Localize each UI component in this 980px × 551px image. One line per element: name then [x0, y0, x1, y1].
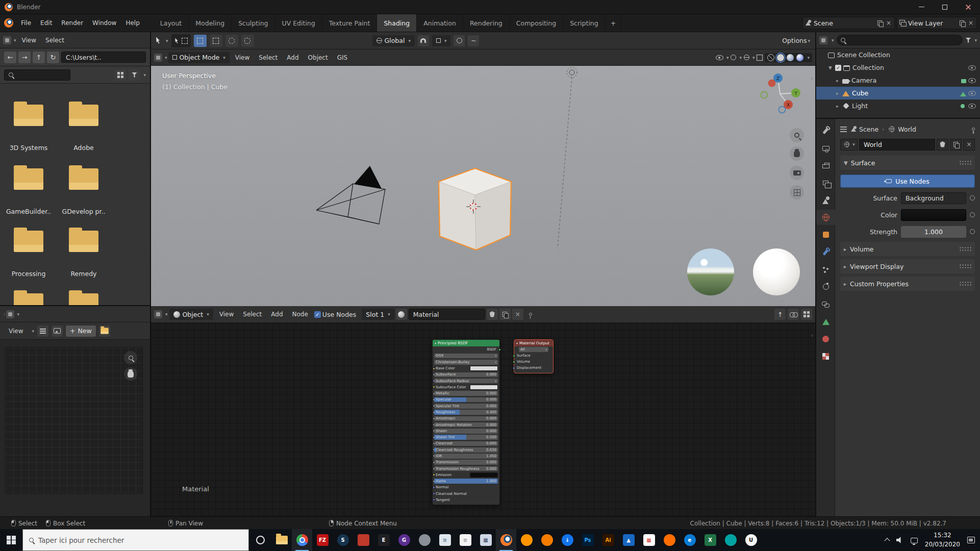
- properties-tab-world[interactable]: [816, 210, 835, 225]
- node-input-clearcoat-roughness[interactable]: Clearcoat Roughness0.030: [434, 447, 498, 453]
- taskbar-app-chrome[interactable]: [292, 529, 312, 551]
- material-slot-dropdown[interactable]: Slot 1 ▾: [362, 309, 394, 320]
- browse-image-button[interactable]: [52, 325, 63, 337]
- back-button[interactable]: ←: [4, 52, 16, 63]
- new-scene-icon[interactable]: [877, 20, 883, 26]
- visibility-eye-icon[interactable]: [968, 78, 976, 83]
- select-mode-lasso[interactable]: [241, 35, 254, 47]
- target-row[interactable]: All▾: [514, 346, 553, 353]
- file-menu-select[interactable]: Select: [41, 37, 69, 44]
- up-button[interactable]: ↑: [33, 52, 45, 63]
- proportional-editing-toggle[interactable]: [454, 35, 465, 46]
- material-name-field[interactable]: Material: [409, 309, 485, 320]
- principled-bsdf-node[interactable]: ▾ Principled BSDF BSDF GGX▾Christensen-B…: [432, 339, 500, 505]
- viewport-canvas[interactable]: User Perspective (1) Collection | Cube Z…: [151, 66, 815, 306]
- node-input-transmission-roughness[interactable]: Transmission Roughness0.000: [434, 466, 498, 472]
- output-input-displacement[interactable]: Displacement: [514, 365, 553, 371]
- breadcrumb-scene[interactable]: Scene: [850, 126, 878, 133]
- notification-center-icon[interactable]: [967, 537, 975, 543]
- bsdf-output-socket-row[interactable]: BSDF: [433, 346, 499, 353]
- breadcrumb-world[interactable]: World: [888, 126, 916, 133]
- node-input-ggx[interactable]: GGX▾: [434, 353, 498, 359]
- properties-tab-render[interactable]: [816, 140, 835, 156]
- view-layer-selector[interactable]: View Layer ×: [897, 17, 977, 29]
- expander-icon[interactable]: ▸: [835, 91, 840, 96]
- filter-button[interactable]: [129, 69, 140, 81]
- workspace-tab-sculpting[interactable]: Sculpting: [232, 14, 275, 32]
- node-input-metallic[interactable]: Metallic0.000: [434, 390, 498, 396]
- outliner-item-light[interactable]: ▸Light: [816, 99, 980, 112]
- overlays-toggle-icon[interactable]: [744, 55, 749, 60]
- taskbar-app-filezilla[interactable]: FZ: [312, 529, 333, 551]
- taskbar-app-edge[interactable]: e: [680, 529, 700, 551]
- image-menu-view[interactable]: View: [4, 328, 28, 335]
- folder-item[interactable]: Remedy: [69, 231, 98, 252]
- color-swatch[interactable]: [901, 209, 966, 221]
- taskbar-app-calculator[interactable]: ▦: [475, 529, 496, 551]
- start-button[interactable]: [0, 529, 22, 551]
- taskbar-app-epic-games[interactable]: E: [373, 529, 394, 551]
- taskbar-app-notepad[interactable]: ≡: [435, 529, 455, 551]
- gizmos-toggle-icon[interactable]: [731, 55, 736, 60]
- folder-item[interactable]: Processing: [14, 231, 43, 252]
- collapse-icon[interactable]: ▾: [516, 341, 518, 345]
- taskbar-app-blender[interactable]: [496, 529, 516, 551]
- taskbar-app-file-explorer[interactable]: [271, 529, 292, 551]
- taskbar-app-app-gray[interactable]: [414, 529, 435, 551]
- outliner-item-collection[interactable]: ▼✓Collection: [816, 61, 980, 74]
- pan-view-button[interactable]: [790, 146, 804, 161]
- properties-tab-particles[interactable]: [816, 262, 835, 277]
- cortana-button[interactable]: [249, 529, 271, 551]
- taskbar-app-firefox[interactable]: [516, 529, 537, 551]
- hidden-icons-chevron-icon[interactable]: [884, 538, 890, 543]
- shader-type-dropdown[interactable]: Object ▾: [169, 309, 213, 320]
- menu-render[interactable]: Render: [57, 19, 88, 27]
- folder-item[interactable]: 3D Systems: [14, 105, 43, 126]
- workspace-tab-uv-editing[interactable]: UV Editing: [275, 14, 322, 32]
- node-input-emission[interactable]: Emission: [434, 472, 498, 478]
- socket-icon[interactable]: [433, 486, 435, 489]
- properties-tab-texture[interactable]: [816, 348, 835, 364]
- strength-field[interactable]: 1.000: [901, 226, 966, 238]
- unlink-world-button[interactable]: ×: [963, 139, 975, 151]
- properties-tab-modifiers[interactable]: [816, 244, 835, 260]
- outliner-search-input[interactable]: [837, 35, 963, 45]
- refresh-button[interactable]: ↻: [47, 52, 59, 63]
- minimize-button[interactable]: [910, 0, 933, 14]
- node-input-ior[interactable]: IOR1.450: [434, 453, 498, 459]
- output-input-surface[interactable]: Surface: [514, 353, 553, 359]
- viewport-menu-add[interactable]: Add: [282, 54, 303, 61]
- node-input-sheen-tint[interactable]: Sheen Tint0.500: [434, 434, 498, 440]
- collection-checkbox[interactable]: ✓: [835, 65, 841, 71]
- taskbar-app-text-document[interactable]: ≡: [455, 529, 475, 551]
- shader-menu-select[interactable]: Select: [238, 311, 266, 318]
- node-input-anisotropic-rotation[interactable]: Anisotropic Rotation0.000: [434, 422, 498, 428]
- properties-tab-physics[interactable]: [816, 279, 835, 294]
- workspace-tab-animation[interactable]: Animation: [417, 14, 463, 32]
- maximize-button[interactable]: [933, 0, 957, 14]
- mode-dropdown[interactable]: Object Mode ▾: [168, 52, 230, 63]
- visibility-eye-icon[interactable]: [968, 104, 976, 109]
- properties-tab-object[interactable]: [816, 227, 835, 242]
- properties-tab-tool[interactable]: [816, 123, 835, 138]
- copy-material-button[interactable]: [499, 309, 511, 320]
- use-nodes-checkbox[interactable]: ✓: [314, 311, 321, 318]
- visibility-eye-icon[interactable]: [968, 91, 976, 96]
- node-input-subsurface-color[interactable]: Subsurface Color: [434, 384, 498, 390]
- outliner-item-camera[interactable]: ▸Camera: [816, 74, 980, 87]
- node-input-roughness[interactable]: Roughness0.400: [434, 409, 498, 415]
- file-menu-view[interactable]: View: [17, 37, 41, 44]
- menu-edit[interactable]: Edit: [36, 19, 57, 27]
- editor-type-icon[interactable]: [154, 54, 162, 62]
- node-header[interactable]: ▾ Material Output: [514, 340, 553, 346]
- socket-icon[interactable]: [513, 361, 515, 363]
- sidebar-collapse-icon[interactable]: ‹: [811, 75, 813, 82]
- neg-y-axis-ball[interactable]: [761, 92, 768, 98]
- taskbar-search[interactable]: [22, 529, 249, 551]
- taskbar-app-steam[interactable]: S: [333, 529, 353, 551]
- viewport-menu-object[interactable]: Object: [304, 54, 333, 61]
- material-preview-shading-button[interactable]: [787, 54, 794, 61]
- taskbar-app-excel[interactable]: X: [700, 529, 720, 551]
- camera-view-button[interactable]: [790, 166, 804, 180]
- taskbar-app-app-teal[interactable]: [720, 529, 741, 551]
